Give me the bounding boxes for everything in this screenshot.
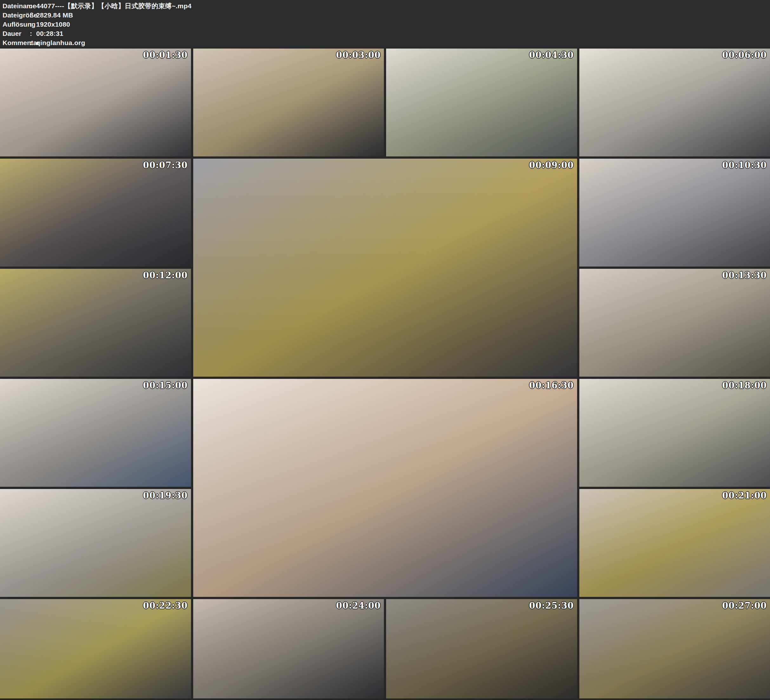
timestamp-overlay: 00:09:00: [529, 160, 574, 170]
video-thumbnail: 00:10:30: [579, 159, 770, 267]
comment-value: qinglanhua.org: [36, 38, 770, 47]
meta-row-filename: Dateiname : 44077----【默示录】【小晗】日式胶带的束缚~.m…: [3, 1, 770, 10]
timestamp-overlay: 00:06:00: [722, 50, 767, 60]
meta-label: Dateigröße: [3, 10, 30, 19]
video-thumbnail: 00:07:30: [0, 159, 191, 267]
timestamp-overlay: 00:18:00: [722, 381, 767, 390]
timestamp-overlay: 00:16:30: [529, 381, 574, 390]
video-thumbnail: 00:22:30: [0, 599, 191, 698]
meta-label: Kommentar: [3, 38, 30, 47]
video-thumbnail: 00:18:00: [579, 379, 770, 487]
meta-row-filesize: Dateigröße : 2829.84 MB: [3, 10, 770, 19]
meta-label: Dateiname: [3, 1, 30, 10]
meta-row-resolution: Auflösung : 1920x1080: [3, 19, 770, 29]
video-thumbnail-large: 00:09:00: [193, 159, 577, 377]
video-thumbnail: 00:21:00: [579, 489, 770, 597]
resolution-value: 1920x1080: [36, 19, 770, 29]
video-thumbnail: 00:04:30: [386, 49, 577, 156]
timestamp-overlay: 00:21:00: [722, 491, 767, 501]
timestamp-overlay: 00:04:30: [529, 50, 574, 60]
timestamp-overlay: 00:22:30: [143, 601, 188, 611]
timestamp-overlay: 00:13:30: [722, 271, 767, 280]
meta-colon: :: [30, 29, 36, 38]
thumbnail-grid: 00:01:30 00:03:00 00:04:30 00:06:00 00:0…: [0, 49, 770, 698]
duration-value: 00:28:31: [36, 29, 770, 38]
timestamp-overlay: 00:03:00: [336, 50, 381, 60]
meta-row-duration: Dauer : 00:28:31: [3, 29, 770, 38]
timestamp-overlay: 00:10:30: [722, 160, 767, 170]
meta-label: Dauer: [3, 29, 30, 38]
timestamp-overlay: 00:19:30: [143, 491, 188, 501]
meta-colon: :: [30, 10, 36, 19]
video-thumbnail: 00:27:00: [579, 599, 770, 698]
timestamp-overlay: 00:07:30: [143, 160, 188, 170]
meta-row-comment: Kommentar : qinglanhua.org: [3, 38, 770, 47]
filename-value: 44077----【默示录】【小晗】日式胶带的束缚~.mp4: [36, 1, 770, 10]
video-thumbnail: 00:12:00: [0, 269, 191, 377]
meta-colon: :: [30, 1, 36, 10]
file-metadata-header: Dateiname : 44077----【默示录】【小晗】日式胶带的束缚~.m…: [0, 0, 770, 48]
meta-label: Auflösung: [3, 19, 30, 29]
timestamp-overlay: 00:27:00: [722, 601, 767, 611]
timestamp-overlay: 00:25:30: [529, 601, 574, 611]
video-thumbnail: 00:19:30: [0, 489, 191, 597]
video-thumbnail: 00:01:30: [0, 49, 191, 156]
timestamp-overlay: 00:15:00: [143, 381, 188, 390]
video-thumbnail: 00:24:00: [193, 599, 384, 698]
video-thumbnail-large: 00:16:30: [193, 379, 577, 597]
video-thumbnail: 00:03:00: [193, 49, 384, 156]
video-thumbnail: 00:06:00: [579, 49, 770, 156]
video-thumbnail: 00:15:00: [0, 379, 191, 487]
video-thumbnail: 00:13:30: [579, 269, 770, 377]
contact-sheet: Dateiname : 44077----【默示录】【小晗】日式胶带的束缚~.m…: [0, 0, 770, 700]
filesize-value: 2829.84 MB: [36, 10, 770, 19]
meta-colon: :: [30, 38, 36, 47]
video-thumbnail: 00:25:30: [386, 599, 577, 698]
timestamp-overlay: 00:24:00: [336, 601, 381, 611]
timestamp-overlay: 00:01:30: [143, 50, 188, 60]
meta-colon: :: [30, 19, 36, 29]
timestamp-overlay: 00:12:00: [143, 271, 188, 280]
